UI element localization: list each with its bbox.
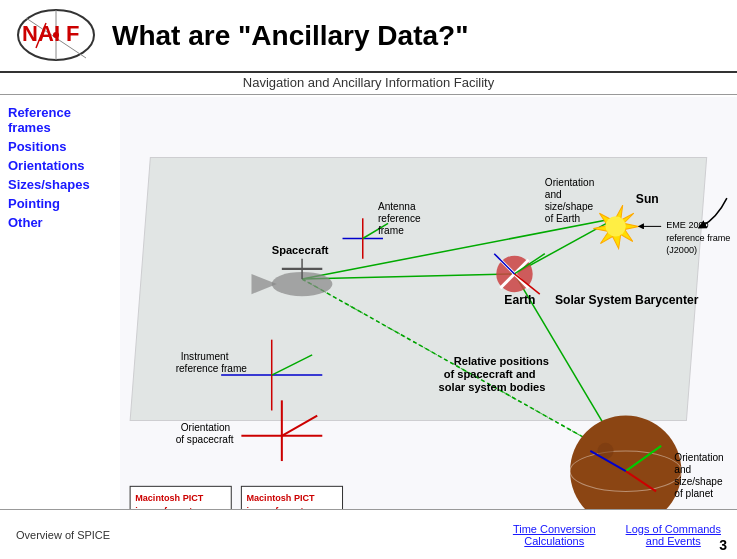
svg-text:Relative positions: Relative positions (454, 355, 549, 367)
sidebar-item-reference-frames[interactable]: Reference frames (8, 105, 112, 135)
svg-text:reference frame: reference frame (666, 233, 730, 243)
diagram: Macintosh PICT image format is not suppo… (120, 95, 737, 554)
overview-label: Overview of SPICE (16, 529, 110, 541)
sidebar-item-pointing[interactable]: Pointing (8, 196, 112, 211)
sidebar-item-sizes[interactable]: Sizes/shapes (8, 177, 112, 192)
naif-logo: N A I F (16, 8, 96, 63)
diagram-svg: Macintosh PICT image format is not suppo… (120, 95, 737, 554)
sidebar-item-other[interactable]: Other (8, 215, 112, 230)
svg-text:Orientation: Orientation (674, 452, 723, 463)
svg-text:of planet: of planet (674, 488, 713, 499)
subtitle: Navigation and Ancillary Information Fac… (0, 73, 737, 95)
svg-text:reference frame: reference frame (176, 363, 248, 374)
left-sidebar: Reference frames Positions Orientations … (0, 95, 120, 554)
svg-text:of spacecraft and: of spacecraft and (444, 368, 536, 380)
svg-text:and: and (545, 189, 562, 200)
svg-text:Spacecraft: Spacecraft (272, 244, 329, 256)
bottom-item-time[interactable]: Time Conversion Calculations (513, 523, 596, 547)
svg-text:(J2000): (J2000) (666, 245, 697, 255)
svg-text:Macintosh PICT: Macintosh PICT (246, 494, 315, 504)
svg-text:Macintosh PICT: Macintosh PICT (135, 494, 204, 504)
svg-text:reference: reference (378, 213, 421, 224)
svg-text:Earth: Earth (504, 293, 535, 307)
page-title: What are "Ancillary Data?" (112, 20, 468, 52)
svg-point-37 (606, 216, 626, 236)
svg-text:of Earth: of Earth (545, 213, 580, 224)
svg-text:Antenna: Antenna (378, 201, 416, 212)
svg-text:size/shape: size/shape (674, 476, 723, 487)
svg-text:and: and (674, 464, 691, 475)
sidebar-item-positions[interactable]: Positions (8, 139, 112, 154)
svg-text:Orientation: Orientation (545, 177, 594, 188)
svg-text:F: F (66, 21, 79, 46)
svg-point-7 (53, 32, 59, 38)
svg-text:N: N (22, 21, 38, 46)
main-content: Reference frames Positions Orientations … (0, 95, 737, 554)
svg-text:Orientation: Orientation (181, 422, 230, 433)
svg-text:of spacecraft: of spacecraft (176, 434, 234, 445)
bottom-bar: Overview of SPICE Time Conversion Calcul… (0, 509, 737, 559)
svg-text:Solar System Barycenter: Solar System Barycenter (555, 293, 699, 307)
bottom-item-logs[interactable]: Logs of Commands and Events (626, 523, 721, 547)
svg-text:Instrument: Instrument (181, 351, 229, 362)
sidebar-item-orientations[interactable]: Orientations (8, 158, 112, 173)
page-number: 3 (719, 537, 727, 553)
svg-text:solar system bodies: solar system bodies (439, 381, 546, 393)
header: N A I F What are "Ancillary Data?" (0, 0, 737, 73)
svg-text:frame: frame (378, 225, 404, 236)
svg-text:size/shape: size/shape (545, 201, 594, 212)
svg-text:Sun: Sun (636, 192, 659, 206)
